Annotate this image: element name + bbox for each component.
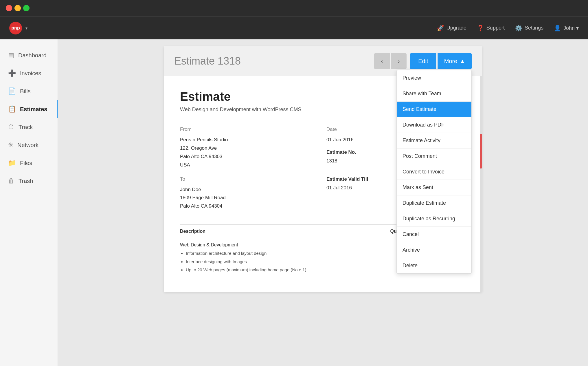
sidebar-item-label: Files: [20, 160, 32, 166]
nav-right: 🚀 Upgrade ❓ Support ⚙️ Settings 👤 John ▾: [437, 25, 579, 32]
document-title: Estimate 1318: [174, 55, 241, 67]
sidebar-item-label: Network: [17, 142, 38, 149]
logo-dropdown-chevron: ▾: [25, 26, 27, 30]
sidebar-item-network[interactable]: ✳ Network: [0, 136, 58, 154]
line-item-subitems: Information architecture and layout desi…: [180, 249, 379, 274]
dropdown-item-delete[interactable]: Delete: [397, 258, 471, 273]
more-dropdown-menu: Preview Share with Team Send Estimate Do…: [396, 70, 472, 274]
to-city: Palo Alto CA 94304: [180, 203, 223, 209]
sidebar-item-label: Track: [19, 124, 33, 131]
estimates-icon: 📋: [8, 105, 16, 113]
invoices-icon: ➕: [8, 69, 16, 77]
next-estimate-button[interactable]: ›: [391, 53, 407, 69]
more-button[interactable]: More ▲: [438, 53, 472, 69]
to-address: 1809 Page Mill Road: [180, 195, 226, 200]
upgrade-icon: 🚀: [437, 25, 444, 32]
from-country: USA: [180, 162, 190, 168]
prev-estimate-button[interactable]: ‹: [374, 53, 390, 69]
row-description: Web Design & Development Information arc…: [180, 238, 379, 278]
dropdown-item-download-pdf[interactable]: Download as PDF: [397, 117, 471, 133]
content-area: Estimate 1318 ‹ › Edit More ▲ Preview Sh…: [58, 39, 588, 366]
sidebar-item-trash[interactable]: 🗑 Trash: [0, 172, 58, 190]
dropdown-item-mark-as-sent[interactable]: Mark as Sent: [397, 180, 471, 195]
from-details: Pens n Pencils Studio 122, Oregon Ave Pa…: [180, 136, 319, 169]
dropdown-item-preview[interactable]: Preview: [397, 70, 471, 86]
dropdown-item-share-with-team[interactable]: Share with Team: [397, 86, 471, 102]
subitem-3: Up to 20 Web pages (maximum) including h…: [186, 266, 379, 274]
sidebar-item-files[interactable]: 📁 Files: [0, 154, 58, 172]
upgrade-nav-item[interactable]: 🚀 Upgrade: [437, 25, 466, 32]
support-label: Support: [486, 25, 505, 31]
user-icon: 👤: [554, 25, 561, 32]
support-nav-item[interactable]: ❓ Support: [477, 25, 505, 32]
line-item-name: Web Design & Development: [180, 242, 379, 248]
sidebar-item-estimates[interactable]: 📋 Estimates: [0, 100, 58, 118]
sidebar-item-dashboard[interactable]: ▤ Dashboard: [0, 46, 58, 64]
document-actions: ‹ › Edit More ▲ Preview Share with Team …: [374, 53, 472, 69]
close-button[interactable]: [6, 5, 12, 11]
more-chevron-icon: ▲: [460, 58, 465, 65]
user-nav-item[interactable]: 👤 John ▾: [554, 25, 579, 32]
dropdown-item-send-estimate[interactable]: Send Estimate: [397, 102, 471, 117]
from-label: From: [180, 127, 319, 132]
settings-label: Settings: [525, 25, 543, 31]
dropdown-item-duplicate-as-recurring[interactable]: Duplicate as Recurring: [397, 211, 471, 227]
subitem-1: Information architecture and layout desi…: [186, 249, 379, 258]
maximize-button[interactable]: [23, 5, 30, 11]
document-container: Estimate 1318 ‹ › Edit More ▲ Preview Sh…: [164, 46, 482, 292]
user-label: John ▾: [563, 25, 579, 31]
trash-icon: 🗑: [8, 177, 14, 185]
dropdown-item-convert-to-invoice[interactable]: Convert to Invoice: [397, 164, 471, 180]
sidebar: ▤ Dashboard ➕ Invoices 📄 Bills 📋 Estimat…: [0, 39, 58, 366]
title-bar: [0, 0, 588, 16]
to-details: John Doe 1809 Page Mill Road Palo Alto C…: [180, 186, 319, 211]
track-icon: ⏱: [8, 123, 14, 131]
network-icon: ✳: [8, 141, 13, 149]
dropdown-item-estimate-activity[interactable]: Estimate Activity: [397, 133, 471, 149]
to-name: John Doe: [180, 187, 201, 192]
dropdown-item-duplicate-estimate[interactable]: Duplicate Estimate: [397, 195, 471, 211]
from-address: 122, Oregon Ave: [180, 145, 217, 151]
bills-icon: 📄: [8, 87, 16, 95]
sidebar-item-invoices[interactable]: ➕ Invoices: [0, 64, 58, 82]
logo-icon: pnp: [9, 22, 22, 34]
sidebar-item-label: Bills: [20, 88, 31, 95]
main-layout: ▤ Dashboard ➕ Invoices 📄 Bills 📋 Estimat…: [0, 39, 588, 366]
document-header: Estimate 1318 ‹ › Edit More ▲ Preview Sh…: [164, 46, 482, 76]
more-label: More: [444, 58, 457, 65]
to-label: To: [180, 176, 319, 182]
dropdown-item-archive[interactable]: Archive: [397, 242, 471, 258]
sidebar-item-bills[interactable]: 📄 Bills: [0, 82, 58, 100]
edit-button[interactable]: Edit: [410, 53, 436, 69]
col-description: Description: [180, 225, 379, 238]
sidebar-item-label: Trash: [19, 178, 33, 184]
upgrade-label: Upgrade: [446, 25, 466, 31]
settings-nav-item[interactable]: ⚙️ Settings: [515, 25, 543, 32]
minimize-button[interactable]: [14, 5, 21, 11]
from-section: From Pens n Pencils Studio 122, Oregon A…: [180, 127, 319, 169]
top-nav: pnp ▾ 🚀 Upgrade ❓ Support ⚙️ Settings 👤 …: [0, 16, 588, 39]
sidebar-item-label: Estimates: [20, 106, 47, 113]
to-section: To John Doe 1809 Page Mill Road Palo Alt…: [180, 176, 319, 211]
sidebar-item-label: Dashboard: [18, 52, 47, 59]
support-icon: ❓: [477, 25, 484, 32]
sidebar-item-label: Invoices: [20, 70, 41, 77]
from-name: Pens n Pencils Studio: [180, 137, 228, 142]
dropdown-item-post-comment[interactable]: Post Comment: [397, 149, 471, 164]
scroll-thumb[interactable]: [480, 134, 482, 169]
dropdown-item-cancel[interactable]: Cancel: [397, 227, 471, 242]
settings-icon: ⚙️: [515, 25, 522, 32]
files-icon: 📁: [8, 159, 16, 167]
scroll-indicator: [480, 76, 482, 292]
sidebar-item-track[interactable]: ⏱ Track: [0, 118, 58, 136]
subitem-2: Interface designing with Images: [186, 258, 379, 266]
logo-area[interactable]: pnp ▾: [9, 22, 27, 34]
dashboard-icon: ▤: [8, 52, 14, 59]
from-city: Palo Alto CA 94303: [180, 154, 223, 159]
